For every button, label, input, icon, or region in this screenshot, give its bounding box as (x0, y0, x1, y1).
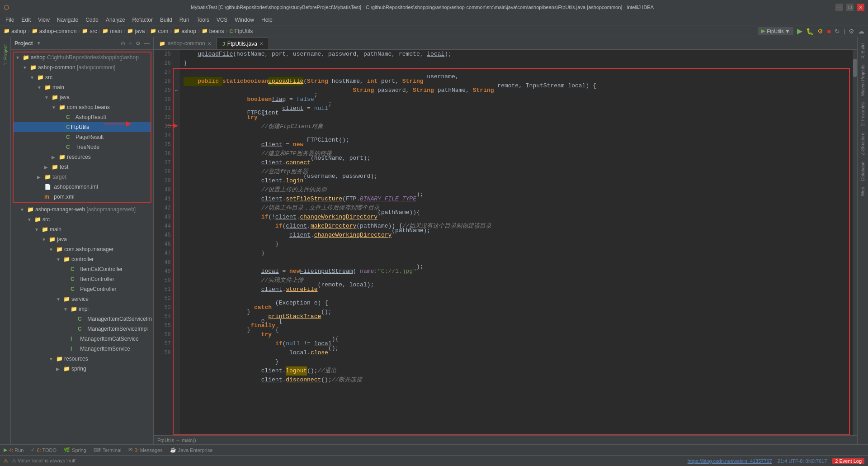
run-dropdown-button[interactable]: ▶ FtpUtils ▼ (758, 27, 793, 35)
maximize-button[interactable]: □ (846, 4, 854, 11)
sync-icon[interactable]: ⊙ (121, 40, 125, 47)
menu-run[interactable]: Run (176, 16, 193, 24)
toolbar-run-green[interactable]: ▶ (797, 27, 802, 35)
tree-resources2[interactable]: ▼ 📁 resources (11, 354, 153, 364)
tree-pageresult[interactable]: C PageResult (14, 132, 151, 142)
tree-main[interactable]: ▼ 📁 main (14, 82, 151, 92)
menu-tools[interactable]: Tools (193, 16, 213, 24)
close-button[interactable]: ✕ (857, 4, 864, 11)
tree-target[interactable]: ▶ 📁 target (14, 172, 151, 182)
ftputils-class-icon: C (66, 124, 70, 130)
code-line-49: local = new FileInputStream( name: "C://… (184, 267, 853, 276)
tab-bar: 📁 ashop-common ✕ J FtpUtils.java ✕ (154, 37, 857, 50)
code-content[interactable]: uploadFile(hostName, port, username, pas… (180, 50, 853, 435)
tree-manager-package[interactable]: ▼ 📁 com.ashop.manager (11, 244, 153, 254)
scrollbar-thumb[interactable] (853, 59, 857, 77)
tree-src[interactable]: ▼ 📁 src (14, 72, 151, 82)
bc-main[interactable]: 📁 main (102, 28, 122, 34)
tree-manageritem-service[interactable]: I ManagerItemService (11, 344, 153, 354)
vertical-scrollbar[interactable] (853, 50, 857, 435)
bc-java[interactable]: 📁 java (127, 28, 145, 34)
menu-build[interactable]: Build (156, 16, 176, 24)
menu-help[interactable]: Help (258, 16, 276, 24)
tree-main2[interactable]: ▼ 📁 main (11, 224, 153, 234)
run-tool[interactable]: ▶ 4: Run (4, 447, 24, 453)
tree-controller[interactable]: ▼ 📁 controller (11, 254, 153, 264)
java-enterprise-tool[interactable]: ☕ Java Enterprise (170, 447, 212, 453)
menu-refactor[interactable]: Refactor (129, 16, 156, 24)
tree-ashop-common[interactable]: ▼ 📁 ashop-common [ashopcommon] (14, 62, 151, 72)
bc-ashop2[interactable]: 📁 ashop (174, 28, 196, 34)
tree-manager-web[interactable]: ▼ 📁 ashop-manager-web [ashopmanagerweb] (11, 204, 153, 214)
bc-ashop[interactable]: 📁 ashop (4, 28, 26, 34)
breadcrumb-bar: 📁 ashop › 📁 ashop-common › 📁 src › 📁 mai… (0, 25, 868, 37)
toolbar-extra3[interactable]: ☁ (858, 28, 864, 35)
tree-itemcontroller[interactable]: C ItemController (11, 274, 153, 284)
toolbar-extra2[interactable]: ⚙ (849, 28, 854, 35)
tree-ashopresult[interactable]: C AshopResult (14, 112, 151, 122)
hide-icon[interactable]: — (144, 40, 150, 47)
side-tab-web[interactable]: Web (859, 184, 866, 199)
tree-ashop[interactable]: ▼ 📁 ashop C:\githubRepositories\shopping… (14, 52, 151, 62)
file-tree-continued: ▼ 📁 ashop-manager-web [ashopmanagerweb] … (11, 204, 153, 374)
side-tab-database[interactable]: Database (859, 159, 866, 184)
impl-folder-icon: 📁 (71, 306, 79, 312)
bc-beans[interactable]: 📁 beans (202, 28, 224, 34)
bc-main-icon: 📁 (102, 28, 108, 34)
tab-close-ashop[interactable]: ✕ (208, 41, 211, 46)
toolbar-debug[interactable]: 🐛 (806, 28, 814, 35)
menu-window[interactable]: Window (231, 16, 258, 24)
tree-beans-package[interactable]: ▼ 📁 com.ashop.beans (14, 102, 151, 112)
side-tab-structure[interactable]: Z-Structure (859, 130, 866, 158)
tree-ftputils[interactable]: C FtpUtils (14, 122, 151, 132)
status-url[interactable]: https://blog.csdn.net/weixin_41357767 (688, 458, 772, 464)
side-tab-maven[interactable]: Maven Projects (859, 62, 866, 99)
tree-itemcatcontroller[interactable]: C ItemCatController (11, 264, 153, 274)
side-tab-project[interactable]: 1: Project (2, 41, 9, 69)
menu-edit[interactable]: Edit (18, 16, 34, 24)
tree-treenode[interactable]: C TreeNode (14, 142, 151, 152)
toolbar-stop[interactable]: ■ (827, 28, 830, 35)
tree-pom[interactable]: m pom.xml (14, 192, 151, 202)
collapse-icon[interactable]: ÷ (129, 40, 132, 47)
terminal-tool[interactable]: ⌨ Terminal (94, 447, 122, 453)
minimize-button[interactable]: — (835, 4, 843, 11)
bc-ashop-common[interactable]: 📁 ashop-common (32, 28, 77, 34)
settings-icon[interactable]: ⚙ (136, 40, 141, 47)
spring-tool[interactable]: 🌿 Spring (64, 447, 86, 453)
menu-file[interactable]: File (2, 16, 18, 24)
menu-vcs[interactable]: VCS (213, 16, 231, 24)
menu-navigate[interactable]: Navigate (53, 16, 82, 24)
bc-com[interactable]: 📁 com (150, 28, 168, 34)
messages-tool[interactable]: ✉ 0: Messages (128, 447, 162, 453)
toolbar-coverage[interactable]: ⚙ (817, 28, 823, 35)
tree-java2[interactable]: ▼ 📁 java (11, 234, 153, 244)
tree-manageritemcat-impl[interactable]: C ManagerItemCatServiceIm (11, 314, 153, 324)
tree-manageritem-impl[interactable]: C ManagerItemServiceImpl (11, 324, 153, 334)
tree-manageritemcat-service[interactable]: I ManagerItemCatService (11, 334, 153, 344)
tree-impl[interactable]: ▼ 📁 impl (11, 304, 153, 314)
side-tab-favorites[interactable]: 2: Favorites (859, 100, 866, 128)
tree-resources[interactable]: ▶ 📁 resources (14, 152, 151, 162)
menu-view[interactable]: View (34, 16, 53, 24)
tree-service[interactable]: ▼ 📁 service (11, 294, 153, 304)
bc-src[interactable]: 📁 src (82, 28, 97, 34)
tab-ftputils[interactable]: J FtpUtils.java ✕ (217, 38, 269, 49)
ashopresult-class-icon: C (66, 114, 74, 120)
tree-ashopcommon-iml[interactable]: 📄 ashopcommon.iml (14, 182, 151, 192)
todo-tool[interactable]: ✓ 6: TODO (31, 447, 57, 453)
code-line-27 (184, 68, 853, 77)
tree-spring[interactable]: ▶ 📁 spring (11, 364, 153, 374)
tree-test[interactable]: ▶ 📁 test (14, 162, 151, 172)
side-tab-build[interactable]: 4: Build (859, 41, 866, 61)
bc-ftputils[interactable]: C FtpUtils (230, 28, 253, 34)
tree-java[interactable]: ▼ 📁 java (14, 92, 151, 102)
tab-ashop-common[interactable]: 📁 ashop-common ✕ (154, 38, 217, 49)
tree-pagecontroller[interactable]: C PageController (11, 284, 153, 294)
event-log-button[interactable]: 2 Event Log (832, 458, 864, 464)
menu-analyze[interactable]: Analyze (102, 16, 129, 24)
toolbar-update[interactable]: ↻ (835, 28, 840, 35)
menu-code[interactable]: Code (82, 16, 102, 24)
tree-src2[interactable]: ▼ 📁 src (11, 214, 153, 224)
tab-close-ftputils[interactable]: ✕ (259, 41, 263, 46)
